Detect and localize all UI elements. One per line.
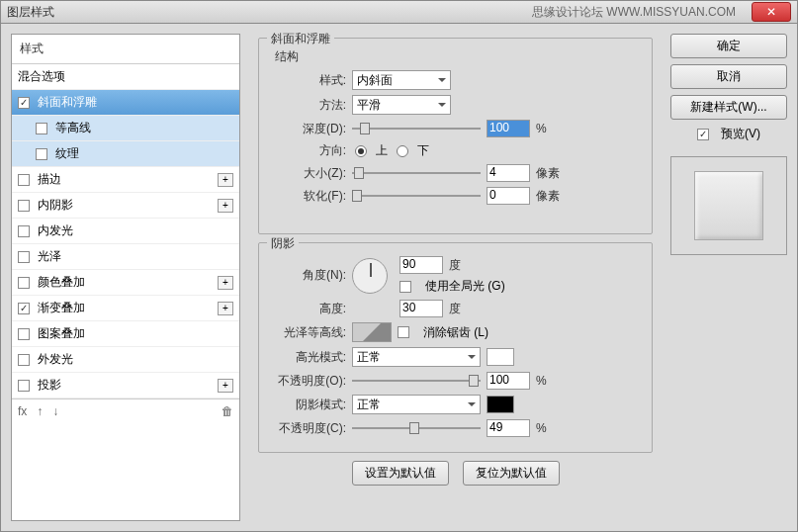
unit: 像素 [536, 188, 562, 205]
method-select[interactable]: 平滑 [352, 95, 451, 115]
item-label: 渐变叠加 [38, 300, 85, 316]
preview-checkbox[interactable] [697, 129, 709, 140]
checkbox[interactable] [18, 277, 30, 289]
unit: % [536, 421, 562, 435]
checkbox[interactable] [18, 303, 30, 314]
global-light-checkbox[interactable] [399, 281, 411, 293]
direction-label: 方向: [269, 142, 346, 159]
highlight-color[interactable] [487, 348, 514, 366]
size-input[interactable]: 4 [487, 164, 530, 182]
soften-slider[interactable] [352, 188, 481, 204]
new-style-button[interactable]: 新建样式(W)... [670, 95, 787, 120]
depth-label: 深度(D): [269, 121, 346, 137]
up-label: 上 [376, 142, 388, 159]
make-default-button[interactable]: 设置为默认值 [352, 461, 449, 486]
checkbox[interactable] [36, 148, 47, 160]
reset-default-button[interactable]: 复位为默认值 [463, 461, 560, 486]
close-icon: ✕ [766, 5, 776, 19]
item-label: 斜面和浮雕 [38, 94, 97, 111]
altitude-label: 高度: [269, 301, 346, 317]
bevel-group: 斜面和浮雕 结构 样式:内斜面 方法:平滑 深度(D):100% 方向:上下 大… [258, 38, 653, 234]
shadow-mode-label: 阴影模式: [269, 397, 346, 413]
checkbox[interactable] [18, 328, 30, 340]
structure-subtitle: 结构 [275, 48, 642, 65]
unit: % [536, 122, 562, 135]
ok-button[interactable]: 确定 [670, 34, 787, 58]
shadow-group: 阴影 角度(N): 90度 使用全局光 (G) 高度:30度 光泽等高线:消除锯… [258, 242, 653, 453]
highlight-mode-select[interactable]: 正常 [352, 347, 481, 367]
style-item-stroke[interactable]: 描边+ [12, 167, 239, 193]
window-title: 图层样式 [7, 4, 54, 21]
shadow-opacity-slider[interactable] [352, 420, 481, 436]
style-item-inner-glow[interactable]: 内发光 [12, 219, 239, 244]
select-value: 平滑 [357, 97, 381, 114]
item-label: 图案叠加 [38, 325, 85, 342]
style-item-drop-shadow[interactable]: 投影+ [12, 373, 239, 399]
cancel-button[interactable]: 取消 [670, 64, 787, 89]
checkbox[interactable] [18, 200, 30, 212]
item-label: 内阴影 [38, 197, 73, 214]
depth-slider[interactable] [352, 121, 481, 136]
style-item-color-overlay[interactable]: 颜色叠加+ [12, 270, 239, 296]
add-icon[interactable]: + [218, 302, 233, 315]
add-icon[interactable]: + [218, 199, 233, 213]
angle-label: 角度(N): [269, 267, 346, 284]
unit: 度 [449, 301, 475, 317]
trash-icon[interactable]: 🗑 [222, 404, 233, 418]
style-item-satin[interactable]: 光泽 [12, 244, 239, 270]
fx-icon[interactable]: fx [18, 404, 27, 418]
arrow-down-icon[interactable]: ↓ [52, 404, 58, 418]
select-value: 正常 [357, 349, 381, 366]
styles-header: 样式 [12, 35, 239, 64]
unit: 度 [449, 257, 475, 274]
style-item-bevel[interactable]: 斜面和浮雕 [12, 90, 239, 116]
antialias-checkbox[interactable] [398, 326, 409, 338]
shadow-opacity-input[interactable]: 49 [487, 419, 530, 437]
style-item-outer-glow[interactable]: 外发光 [12, 347, 239, 373]
checkbox[interactable] [18, 251, 30, 263]
soften-label: 软化(F): [269, 188, 346, 205]
item-label: 等高线 [55, 120, 91, 136]
direction-up-radio[interactable] [355, 145, 367, 157]
direction-down-radio[interactable] [397, 145, 408, 157]
highlight-mode-label: 高光模式: [269, 349, 346, 366]
soften-input[interactable]: 0 [487, 187, 530, 205]
add-icon[interactable]: + [218, 379, 233, 393]
style-item-gradient-overlay[interactable]: 渐变叠加+ [12, 296, 239, 321]
gloss-contour-picker[interactable] [352, 322, 392, 342]
checkbox[interactable] [18, 97, 30, 109]
altitude-input[interactable]: 30 [399, 300, 443, 317]
highlight-opacity-slider[interactable] [352, 373, 481, 389]
angle-dial[interactable] [352, 258, 388, 294]
checkbox[interactable] [18, 380, 30, 392]
depth-input[interactable]: 100 [487, 120, 530, 137]
item-label: 描边 [38, 171, 61, 188]
preview-swatch [694, 171, 763, 240]
arrow-up-icon[interactable]: ↑ [37, 404, 43, 418]
checkbox[interactable] [36, 123, 47, 134]
style-item-contour[interactable]: 等高线 [12, 116, 239, 141]
item-label: 颜色叠加 [38, 274, 85, 291]
checkbox[interactable] [18, 354, 30, 366]
checkbox[interactable] [18, 225, 30, 237]
close-button[interactable]: ✕ [752, 2, 791, 22]
shadow-mode-select[interactable]: 正常 [352, 395, 481, 414]
down-label: 下 [417, 142, 429, 159]
blend-options-row[interactable]: 混合选项 [12, 64, 239, 90]
style-select[interactable]: 内斜面 [352, 70, 451, 90]
shadow-color[interactable] [487, 396, 514, 413]
checkbox[interactable] [18, 174, 30, 186]
unit: % [536, 374, 562, 388]
styles-list: 样式 混合选项 斜面和浮雕 等高线 纹理 描边+ 内阴影+ 内发光 光泽 颜色叠… [11, 34, 240, 521]
highlight-opacity-input[interactable]: 100 [487, 372, 530, 390]
method-label: 方法: [269, 97, 346, 114]
style-item-texture[interactable]: 纹理 [12, 141, 239, 167]
style-item-inner-shadow[interactable]: 内阴影+ [12, 193, 239, 219]
add-icon[interactable]: + [218, 173, 233, 187]
add-icon[interactable]: + [218, 276, 233, 290]
size-slider[interactable] [352, 165, 481, 181]
style-item-pattern-overlay[interactable]: 图案叠加 [12, 321, 239, 347]
global-light-label: 使用全局光 (G) [425, 278, 505, 295]
style-label: 样式: [269, 72, 346, 89]
angle-input[interactable]: 90 [399, 256, 443, 274]
